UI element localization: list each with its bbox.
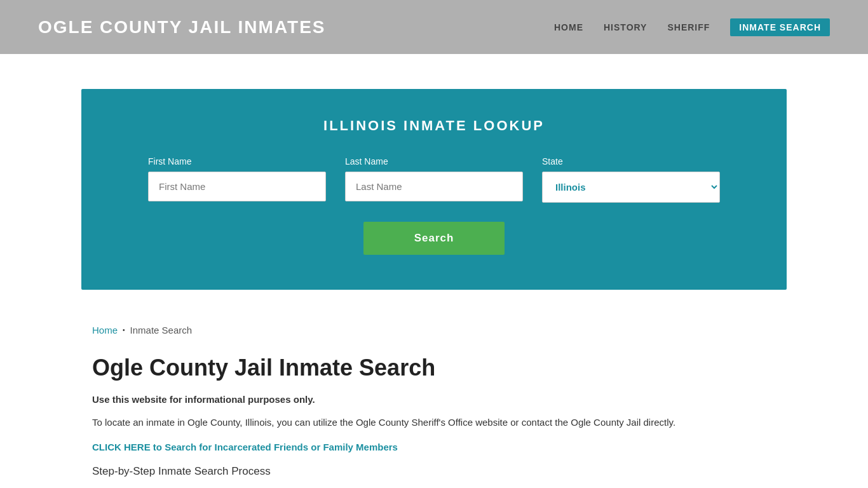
search-btn-row: Search [119, 222, 749, 255]
search-widget-title: ILLINOIS INMATE LOOKUP [119, 118, 749, 134]
last-name-input[interactable] [345, 172, 523, 201]
first-name-group: First Name [148, 156, 326, 203]
page-heading: Ogle County Jail Inmate Search [92, 355, 776, 381]
state-label: State [542, 156, 720, 166]
first-name-label: First Name [148, 156, 326, 166]
main-nav: HOME HISTORY SHERIFF INMATE SEARCH [554, 18, 830, 36]
click-here-link[interactable]: CLICK HERE to Search for Incarcerated Fr… [92, 442, 398, 452]
breadcrumb-separator: • [123, 327, 125, 334]
breadcrumb: Home • Inmate Search [0, 325, 868, 336]
last-name-label: Last Name [345, 156, 523, 166]
breadcrumb-current: Inmate Search [130, 325, 193, 336]
search-form-row: First Name Last Name State Illinois Alab… [119, 156, 749, 203]
info-text: To locate an inmate in Ogle County, Illi… [92, 415, 776, 430]
site-title: OGLE COUNTY JAIL INMATES [38, 17, 325, 37]
nav-history[interactable]: HISTORY [604, 22, 647, 32]
nav-home[interactable]: HOME [554, 22, 583, 32]
state-group: State Illinois Alabama Alaska Arizona Ar… [542, 156, 720, 203]
first-name-input[interactable] [148, 172, 326, 201]
step-heading: Step-by-Step Inmate Search Process [92, 465, 776, 478]
nav-sheriff[interactable]: SHERIFF [667, 22, 710, 32]
nav-inmate-search[interactable]: INMATE SEARCH [730, 18, 830, 36]
breadcrumb-home-link[interactable]: Home [92, 325, 118, 336]
search-button[interactable]: Search [363, 222, 505, 255]
info-text-bold: Use this website for informational purpo… [92, 394, 776, 405]
site-header: OGLE COUNTY JAIL INMATES HOME HISTORY SH… [0, 0, 868, 54]
state-select[interactable]: Illinois Alabama Alaska Arizona Arkansas… [542, 172, 720, 203]
last-name-group: Last Name [345, 156, 523, 203]
main-content: Ogle County Jail Inmate Search Use this … [0, 355, 868, 478]
search-widget: ILLINOIS INMATE LOOKUP First Name Last N… [81, 89, 787, 290]
